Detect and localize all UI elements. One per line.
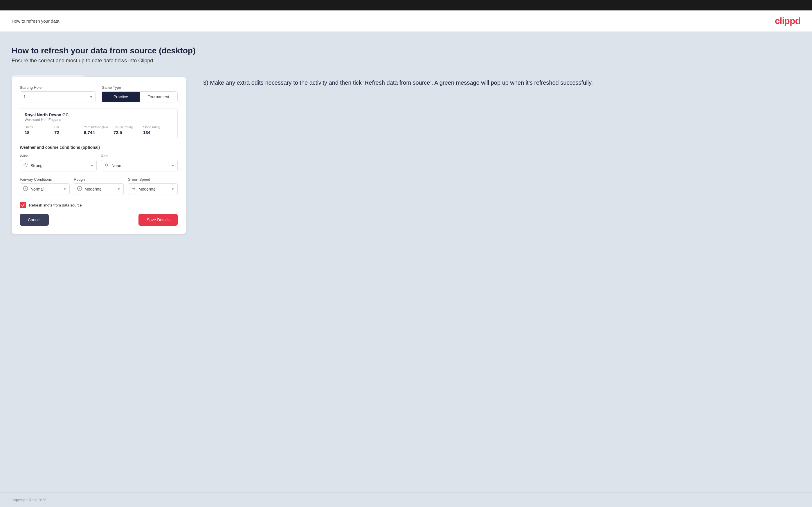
header: How to refresh your data clippd bbox=[0, 10, 812, 32]
cancel-button[interactable]: Cancel bbox=[20, 214, 49, 226]
course-rating-value: 72.5 bbox=[113, 130, 143, 135]
rain-icon bbox=[104, 162, 109, 169]
green-speed-select[interactable]: Moderate ▼ bbox=[128, 183, 178, 195]
page-subheading: Ensure the correct and most up to date d… bbox=[12, 58, 800, 64]
slope-value: 134 bbox=[143, 130, 173, 135]
green-speed-group: Green Speed Moderate ▼ bbox=[128, 177, 178, 195]
rain-caret-icon: ▼ bbox=[171, 164, 174, 167]
wind-group: Wind Strong ▼ bbox=[20, 154, 97, 171]
starting-hole-select-wrapper: 1 ▼ bbox=[20, 91, 96, 102]
wind-icon bbox=[23, 162, 28, 169]
fairway-label: Fairway Conditions bbox=[20, 177, 70, 181]
game-type-group: Game Type Practice Tournament bbox=[102, 85, 178, 102]
tournament-button[interactable]: Tournament bbox=[140, 92, 177, 102]
holes-label: Holes bbox=[25, 125, 54, 129]
starting-hole-select[interactable]: 1 bbox=[20, 91, 96, 102]
refresh-checkbox[interactable] bbox=[20, 202, 26, 208]
sidebar-description: 3) Make any extra edits necessary to the… bbox=[203, 78, 800, 87]
par-label: Par bbox=[54, 125, 84, 129]
par-value: 72 bbox=[54, 130, 84, 135]
rough-select[interactable]: Moderate ▼ bbox=[74, 183, 124, 195]
course-stat-holes: Holes 18 bbox=[25, 125, 54, 135]
wind-value: Strong bbox=[31, 163, 89, 168]
course-name: Royal North Devon GC, bbox=[25, 113, 173, 117]
holes-value: 18 bbox=[25, 130, 54, 135]
rough-group: Rough Moderate ▼ bbox=[74, 177, 124, 195]
rough-caret-icon: ▼ bbox=[117, 187, 120, 191]
game-type-label: Game Type bbox=[102, 85, 178, 90]
rain-label: Rain bbox=[101, 154, 178, 158]
course-card: Royal North Devon GC, Westward Ho!, Engl… bbox=[20, 108, 178, 139]
rough-value: Moderate bbox=[85, 187, 116, 191]
course-stats: Holes 18 Par 72 Yards/White (M)) 6,744 bbox=[25, 125, 173, 135]
conditions-title: Weather and course conditions (optional) bbox=[20, 145, 178, 150]
page-heading: How to refresh your data from source (de… bbox=[12, 46, 800, 55]
main-content: How to refresh your data from source (de… bbox=[0, 32, 812, 492]
course-location: Westward Ho!, England bbox=[25, 118, 173, 122]
fairway-rough-green-row: Fairway Conditions Normal ▼ Rough bbox=[20, 177, 178, 195]
fairway-caret-icon: ▼ bbox=[63, 187, 66, 191]
wind-select[interactable]: Strong ▼ bbox=[20, 160, 97, 171]
rain-value: None bbox=[111, 163, 170, 168]
checkmark-icon bbox=[21, 203, 25, 207]
green-speed-icon bbox=[131, 186, 136, 192]
starting-hole-gametype-row: Starting Hole 1 ▼ Game Type Practice To bbox=[20, 85, 178, 102]
wind-rain-row: Wind Strong ▼ Rain bbox=[20, 154, 178, 171]
footer-copyright: Copyright Clippd 2022 bbox=[12, 498, 46, 502]
svg-line-8 bbox=[108, 163, 108, 164]
fairway-select[interactable]: Normal ▼ bbox=[20, 183, 70, 195]
svg-line-3 bbox=[105, 163, 105, 164]
fairway-value: Normal bbox=[31, 187, 62, 191]
starting-hole-label: Starting Hole bbox=[20, 85, 96, 90]
top-bar bbox=[0, 0, 812, 10]
save-button[interactable]: Save Details bbox=[139, 214, 178, 226]
rough-label: Rough bbox=[74, 177, 124, 181]
action-row: Cancel Save Details bbox=[20, 214, 178, 226]
content-area: Starting Hole 1 ▼ Game Type Practice To bbox=[12, 75, 800, 234]
form-panel: Starting Hole 1 ▼ Game Type Practice To bbox=[12, 75, 186, 234]
rain-select[interactable]: None ▼ bbox=[101, 160, 178, 171]
form-card: Starting Hole 1 ▼ Game Type Practice To bbox=[12, 77, 186, 234]
wind-label: Wind bbox=[20, 154, 97, 158]
wind-caret-icon: ▼ bbox=[90, 164, 94, 167]
refresh-checkbox-row: Refresh shots from data source bbox=[20, 202, 178, 208]
green-speed-label: Green Speed bbox=[128, 177, 178, 181]
yards-value: 6,744 bbox=[84, 130, 113, 135]
starting-hole-group: Starting Hole 1 ▼ bbox=[20, 85, 96, 102]
game-type-toggle: Practice Tournament bbox=[102, 91, 178, 102]
rain-group: Rain None ▼ bbox=[101, 154, 178, 171]
course-stat-slope: Slope rating 134 bbox=[143, 125, 173, 135]
fairway-icon bbox=[23, 186, 28, 192]
svg-point-0 bbox=[105, 164, 108, 166]
rough-icon bbox=[77, 186, 82, 192]
practice-button[interactable]: Practice bbox=[102, 92, 140, 102]
header-title: How to refresh your data bbox=[12, 18, 59, 23]
course-stat-yards: Yards/White (M)) 6,744 bbox=[84, 125, 113, 135]
sidebar-description-area: 3) Make any extra edits necessary to the… bbox=[203, 75, 800, 87]
course-rating-label: Course rating bbox=[113, 125, 143, 129]
course-stat-par: Par 72 bbox=[54, 125, 84, 135]
green-speed-caret-icon: ▼ bbox=[171, 187, 174, 191]
refresh-label: Refresh shots from data source bbox=[29, 203, 82, 207]
yards-label: Yards/White (M)) bbox=[84, 125, 113, 129]
course-stat-course-rating: Course rating 72.5 bbox=[113, 125, 143, 135]
slope-label: Slope rating bbox=[143, 125, 173, 129]
clippd-logo: clippd bbox=[775, 16, 800, 26]
fairway-group: Fairway Conditions Normal ▼ bbox=[20, 177, 70, 195]
footer: Copyright Clippd 2022 bbox=[0, 492, 812, 507]
green-speed-value: Moderate bbox=[139, 187, 170, 191]
